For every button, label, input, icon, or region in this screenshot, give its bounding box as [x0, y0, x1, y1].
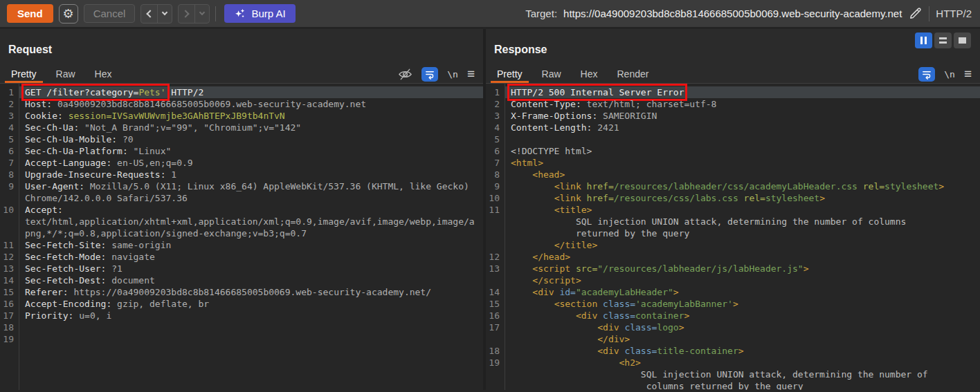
code-line: <link href=/resources/css/labs.css rel=s…	[505, 192, 980, 204]
target-label: Target:	[525, 8, 557, 19]
line-number: 19	[486, 357, 505, 368]
line-number: 8	[0, 169, 19, 180]
code-line: Sec-Fetch-Site: same-origin	[19, 239, 483, 251]
code-line: Priority: u=0, i	[19, 310, 483, 321]
code-line: <html>	[505, 157, 980, 169]
code-row: 2Content-Type: text/html; charset=utf-8	[486, 98, 980, 110]
line-number: 12	[486, 251, 505, 263]
code-line: Referer: https://0a49009203bd8c8b8146668…	[19, 286, 483, 298]
line-number: 10	[486, 192, 505, 204]
request-tab-raw[interactable]: Raw	[46, 65, 85, 83]
line-number: 14	[0, 274, 19, 286]
code-line: Sec-Ch-Ua: "Not_A Brand";v="99", "Chromi…	[19, 122, 483, 133]
eye-off-icon[interactable]	[398, 68, 412, 81]
forward-dropdown-button[interactable]	[194, 5, 209, 23]
single-layout-button[interactable]	[954, 32, 971, 48]
back-button[interactable]	[141, 5, 157, 23]
code-line: <h2>	[505, 357, 980, 368]
code-line: returned by the query	[505, 227, 980, 239]
send-button[interactable]: Send	[7, 4, 53, 23]
columns-layout-button[interactable]	[915, 32, 932, 48]
highlight-marker: HTTP/2 500 Internal Server Error	[511, 87, 684, 97]
request-tab-hex[interactable]: Hex	[85, 65, 122, 83]
line-number: 16	[486, 310, 505, 321]
line-number	[486, 380, 505, 390]
forward-button[interactable]	[179, 5, 194, 23]
line-number: 3	[0, 110, 19, 122]
code-row: png,*/*;q=0.8,application/signed-exchang…	[0, 227, 483, 239]
chevron-right-icon	[182, 10, 190, 17]
code-line: <div id="academyLabHeader">	[505, 286, 980, 298]
burp-ai-button[interactable]: Burp AI	[224, 4, 295, 23]
gear-icon: ⚙	[63, 8, 74, 20]
request-panel: Request Pretty Raw Hex	[0, 29, 483, 390]
request-tab-pretty[interactable]: Pretty	[1, 65, 46, 83]
code-row: 17Priority: u=0, i	[0, 310, 483, 321]
rows-layout-button[interactable]	[934, 32, 952, 48]
target-url: https://0a49009203bd8c8b81466685005b0069…	[563, 8, 902, 19]
response-tab-render[interactable]: Render	[608, 65, 659, 83]
line-number	[486, 216, 505, 227]
code-row: 13Sec-Fetch-User: ?1	[0, 263, 483, 274]
code-row: returned by the query	[486, 227, 980, 239]
code-row: 13 <script src="/resources/labheader/js/…	[486, 263, 980, 274]
code-line: <link href=/resources/labheader/css/acad…	[505, 180, 980, 192]
request-editor[interactable]: 1GET /filter?category=Pets' HTTP/22Host:…	[0, 84, 483, 390]
code-line: Accept-Encoding: gzip, deflate, br	[19, 298, 483, 310]
code-row: 5Sec-Ch-Ua-Mobile: ?0	[0, 133, 483, 145]
line-number: 7	[0, 157, 19, 169]
edit-target-button[interactable]	[908, 6, 923, 21]
code-line: Accept:	[19, 204, 483, 216]
code-line: Upgrade-Insecure-Requests: 1	[19, 169, 483, 180]
code-line: </head>	[505, 251, 980, 263]
line-number: 3	[486, 110, 505, 122]
word-wrap-toggle[interactable]	[421, 67, 438, 82]
protocol-label: HTTP/2	[936, 8, 972, 19]
line-number	[486, 333, 505, 345]
response-panel-title: Response	[486, 29, 980, 65]
code-row: 8 <head>	[486, 169, 980, 180]
code-row: 1GET /filter?category=Pets' HTTP/2	[0, 86, 483, 98]
toolbar-separator	[929, 6, 929, 21]
line-number	[486, 239, 505, 251]
response-tab-raw[interactable]: Raw	[532, 65, 571, 83]
toolbar: Send ⚙ Cancel Burp AI Target: https://0a…	[0, 0, 980, 29]
code-line: </title>	[505, 239, 980, 251]
response-tab-hex[interactable]: Hex	[571, 65, 608, 83]
settings-button[interactable]: ⚙	[59, 4, 78, 24]
line-number: 16	[0, 298, 19, 310]
code-row: 17 <div class=logo>	[486, 321, 980, 333]
response-tab-pretty[interactable]: Pretty	[487, 65, 532, 83]
chevron-down-icon	[199, 9, 205, 15]
newline-toggle[interactable]: \n	[944, 69, 955, 80]
response-panel: Response Pretty Raw Hex Render \n ≡ 1HTT…	[486, 29, 980, 390]
code-line: Cookie: session=IVSavWUWvmjbe3GAhBTEPxJB…	[19, 110, 483, 122]
line-number: 13	[0, 263, 19, 274]
code-line: SQL injection UNION attack, determining …	[505, 368, 980, 380]
code-row: 15Referer: https://0a49009203bd8c8b81466…	[0, 286, 483, 298]
code-line: </script>	[505, 274, 980, 286]
code-row: 5	[486, 133, 980, 145]
word-wrap-toggle[interactable]	[918, 67, 935, 82]
line-number	[486, 274, 505, 286]
newline-toggle[interactable]: \n	[447, 69, 458, 80]
code-row: 6Sec-Ch-Ua-Platform: "Linux"	[0, 145, 483, 157]
code-line: text/html,application/xhtml+xml,applicat…	[19, 216, 483, 227]
code-line: columns returned by the query	[505, 380, 980, 390]
code-line: Accept-Language: en-US,en;q=0.9	[19, 157, 483, 169]
code-line: Sec-Fetch-Dest: document	[19, 274, 483, 286]
line-number: 18	[486, 345, 505, 357]
toolbar-separator	[215, 6, 216, 21]
menu-icon[interactable]: ≡	[467, 67, 475, 80]
code-row: 3Cookie: session=IVSavWUWvmjbe3GAhBTEPxJ…	[0, 110, 483, 122]
line-number	[0, 227, 19, 239]
line-number: 5	[0, 133, 19, 145]
code-line: Host: 0a49009203bd8c8b81466685005b0069.w…	[19, 98, 483, 110]
response-editor[interactable]: 1HTTP/2 500 Internal Server Error2Conten…	[486, 84, 980, 390]
cancel-button[interactable]: Cancel	[84, 4, 136, 23]
request-tabs: Pretty Raw Hex	[0, 65, 483, 84]
back-dropdown-button[interactable]	[157, 5, 172, 23]
code-row: columns returned by the query	[486, 380, 980, 390]
menu-icon[interactable]: ≡	[964, 67, 972, 80]
target-bar: Target: https://0a49009203bd8c8b81466685…	[525, 6, 973, 21]
